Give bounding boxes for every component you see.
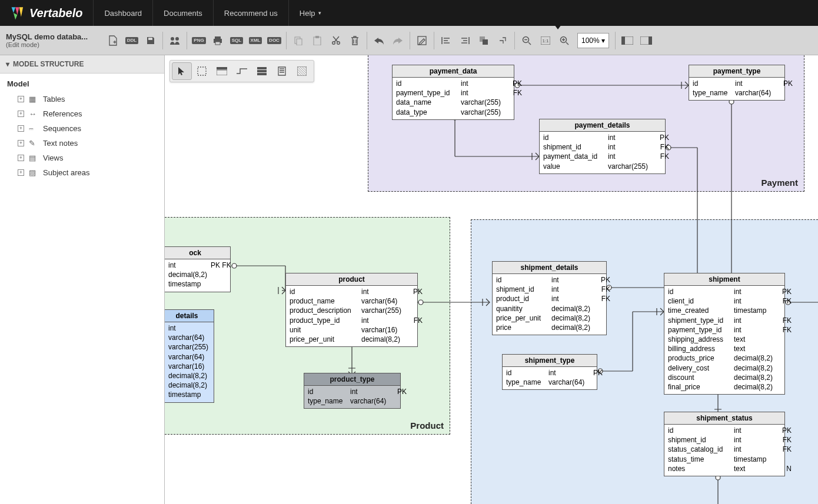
table-payment_data[interactable]: payment_data id int PK payment_type_id i… <box>392 65 514 120</box>
col-type: decimal(8,2) <box>734 353 776 363</box>
panel-right-toggle[interactable] <box>637 31 656 50</box>
sidebar-heading[interactable]: ▾ MODEL STRUCTURE <box>0 55 164 74</box>
col-key: PK <box>776 426 792 435</box>
expand-icon[interactable]: + <box>18 140 24 146</box>
share-button[interactable] <box>165 31 184 50</box>
col-type: int <box>551 285 595 294</box>
delete-button[interactable] <box>345 31 364 50</box>
tree-item-sequences[interactable]: + ⎓ Sequences <box>7 121 157 136</box>
zoom-out-button[interactable] <box>517 31 536 50</box>
document-title-wrap[interactable]: MySQL demo databa... (Edit mode) <box>4 32 104 48</box>
column-row: final_price decimal(8,2) <box>668 382 781 392</box>
save-button[interactable] <box>141 31 160 50</box>
col-type: decimal(8,2) <box>734 363 776 373</box>
print-button[interactable] <box>208 31 227 50</box>
tree-item-text-notes[interactable]: + ✎ Text notes <box>7 136 157 151</box>
table-body: id int PK payment_type_id int FK data_na… <box>393 78 514 119</box>
export-doc-button[interactable]: DOC <box>265 31 284 50</box>
view-tool[interactable] <box>252 62 272 80</box>
col-key <box>391 396 407 406</box>
tree-item-subject-areas[interactable]: + ▨ Subject areas <box>7 165 157 180</box>
col-key <box>211 362 226 371</box>
col-type: int <box>734 296 776 306</box>
note-tool[interactable] <box>272 62 292 80</box>
expand-icon[interactable]: + <box>18 111 24 117</box>
nav-help[interactable]: Help ▾ <box>288 0 332 26</box>
col-name: product_description <box>290 306 361 315</box>
zoom-select[interactable]: 100% ▾ <box>577 33 609 48</box>
table-product_type[interactable]: product_type id int PK type_name varchar… <box>304 373 401 409</box>
table-shipment_type[interactable]: shipment_type id int PK type_name varcha… <box>502 354 597 390</box>
table-body: id int PK shipment_id int FK status_cata… <box>664 425 784 476</box>
new-file-button[interactable] <box>104 31 122 50</box>
export-ddl-button[interactable]: DDL <box>122 31 141 50</box>
align-left-button[interactable] <box>437 31 455 50</box>
copy-button[interactable] <box>289 31 308 50</box>
table-tool[interactable] <box>212 62 232 80</box>
bring-front-button[interactable] <box>474 31 493 50</box>
col-type: decimal(8,2) <box>734 373 776 382</box>
col-type: int <box>734 325 776 335</box>
align-right-button[interactable] <box>455 31 474 50</box>
logo[interactable]: Vertabelo <box>0 5 93 21</box>
expand-icon[interactable]: + <box>18 125 24 132</box>
nav-documents[interactable]: Documents <box>152 0 213 26</box>
expand-icon[interactable]: + <box>18 155 24 161</box>
expand-icon[interactable]: + <box>18 96 24 102</box>
col-type: varchar(64) <box>548 378 587 387</box>
col-type: varchar(16) <box>168 362 211 371</box>
svg-rect-23 <box>621 36 625 45</box>
separator <box>514 32 515 49</box>
table-stock[interactable]: ock int PK FK decimal(8,2) timestamp <box>165 246 231 292</box>
svg-rect-29 <box>257 67 267 69</box>
tree-root[interactable]: Model <box>7 79 157 88</box>
col-key <box>776 382 792 392</box>
cut-button[interactable] <box>327 31 345 50</box>
logo-icon <box>11 5 26 21</box>
export-xml-button[interactable]: XML <box>246 31 265 50</box>
canvas[interactable]: Payment Product <box>165 55 818 504</box>
svg-rect-25 <box>649 36 652 45</box>
area-tool[interactable] <box>292 62 312 80</box>
column-row: type_name varchar(64) <box>308 396 397 406</box>
edit-button[interactable] <box>413 31 431 50</box>
col-key: FK <box>654 152 669 161</box>
svg-marker-1 <box>15 7 19 15</box>
marquee-tool[interactable] <box>192 62 212 80</box>
undo-button[interactable] <box>370 31 388 50</box>
export-png-button[interactable]: PNG <box>189 31 208 50</box>
tree-item-references[interactable]: + ↔ References <box>7 106 157 121</box>
redo-button[interactable] <box>388 31 407 50</box>
table-payment_details[interactable]: payment_details id int PK shipment_id in… <box>539 119 666 174</box>
table-shipment[interactable]: shipment id int PK client_id int FK time… <box>664 273 785 395</box>
zoom-fit-button[interactable]: 1:1 <box>536 31 555 50</box>
table-shipment_details[interactable]: shipment_details id int PK shipment_id i… <box>492 261 607 335</box>
col-name: billing_address <box>668 344 734 353</box>
column-row: delivery_cost decimal(8,2) <box>668 363 781 373</box>
tree-label: References <box>43 109 82 118</box>
col-name: shipment_type_id <box>668 316 734 325</box>
zoom-in-button[interactable] <box>555 31 574 50</box>
expand-icon[interactable]: + <box>18 169 24 176</box>
export-sql-button[interactable]: SQL <box>227 31 246 50</box>
panel-left-toggle[interactable] <box>618 31 637 50</box>
col-name: shipping_address <box>668 335 734 344</box>
nav-dashboard[interactable]: Dashboard <box>93 0 152 26</box>
send-back-button[interactable] <box>493 31 512 50</box>
col-key: PK <box>777 79 793 88</box>
svg-point-5 <box>175 37 179 41</box>
tree-item-tables[interactable]: + ▦ Tables <box>7 92 157 106</box>
table-shipment_status[interactable]: shipment_status id int PK shipment_id in… <box>664 412 785 476</box>
col-key: FK <box>776 316 792 325</box>
table-payment_type[interactable]: payment_type id int PK type_name varchar… <box>689 65 785 101</box>
table-body: id int PK shipment_id int FK product_id … <box>493 274 606 335</box>
column-row: product_type_id int FK <box>290 316 414 325</box>
pointer-tool[interactable] <box>172 62 192 80</box>
column-row: varchar(255) <box>165 342 210 352</box>
reference-tool[interactable] <box>232 62 252 80</box>
tree-item-views[interactable]: + ▤ Views <box>7 151 157 165</box>
paste-button[interactable] <box>308 31 327 50</box>
table-product[interactable]: product id int PK product_name varchar(6… <box>285 273 418 347</box>
nav-recommend[interactable]: Recommend us <box>213 0 288 26</box>
table-details[interactable]: details int varchar(64) varchar(255) var… <box>165 309 214 403</box>
